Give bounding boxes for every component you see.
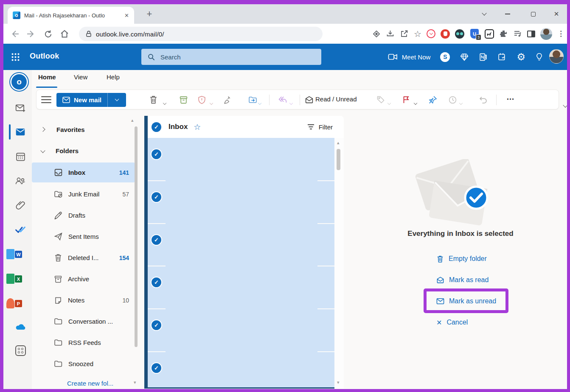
tab-close-icon[interactable]: ✕ <box>124 12 129 19</box>
list-scrollbar-thumb[interactable] <box>337 149 340 170</box>
people-nav-icon[interactable] <box>15 175 26 186</box>
excel-app-icon[interactable]: X <box>15 273 26 284</box>
undo-icon[interactable] <box>478 95 488 105</box>
pin-icon[interactable] <box>427 95 438 105</box>
folder-pane-toggle-icon[interactable] <box>41 95 51 105</box>
select-all-checkbox[interactable]: ✓ <box>152 122 161 132</box>
folder-item-archive[interactable]: Archive <box>32 269 135 289</box>
create-new-folder-link[interactable]: Create new fol... <box>67 380 113 387</box>
adblock-hand-extension-icon[interactable] <box>441 29 450 39</box>
shield-extension-icon[interactable]: U 3 <box>469 29 480 39</box>
tab-search-chevron-icon[interactable] <box>480 9 489 19</box>
window-minimize-button[interactable] <box>503 9 512 19</box>
download-icon[interactable] <box>386 29 395 38</box>
new-tab-button[interactable]: + <box>143 8 155 20</box>
outlook-brand-title[interactable]: Outlook <box>30 52 59 61</box>
onedrive-app-icon[interactable] <box>15 322 26 333</box>
calendar-nav-icon[interactable] <box>15 151 26 162</box>
delete-icon[interactable] <box>148 95 158 105</box>
folders-chevron-icon[interactable] <box>40 148 45 153</box>
email-selected-checkbox[interactable]: ✓ <box>151 277 162 288</box>
new-mail-dropdown-chevron-icon[interactable] <box>107 93 126 107</box>
ribbon-collapse-chevron-icon[interactable] <box>561 102 567 110</box>
flag-icon[interactable] <box>401 95 411 105</box>
url-text[interactable]: outlook.live.com/mail/0/ <box>96 31 164 38</box>
extensions-puzzle-icon[interactable] <box>499 29 508 38</box>
folder-scroll-down-icon[interactable]: ▾ <box>134 380 136 385</box>
reply-all-icon[interactable] <box>277 95 287 105</box>
archive-icon[interactable] <box>178 95 188 105</box>
mail-nav-icon[interactable] <box>15 126 26 137</box>
ribbon-tab-view[interactable]: View <box>74 73 87 81</box>
list-scroll-down-icon[interactable]: ▾ <box>337 380 340 385</box>
folder-item-snoozed[interactable]: Snoozed <box>32 354 135 374</box>
snooze-clock-icon[interactable] <box>447 95 458 105</box>
cancel-button[interactable]: ✕ Cancel <box>436 317 468 328</box>
outlook-logo-icon[interactable]: o <box>9 72 29 92</box>
share-icon[interactable] <box>400 29 409 38</box>
forward-icon[interactable] <box>25 28 37 39</box>
email-selected-checkbox[interactable]: ✓ <box>151 319 162 331</box>
folder-item-deleted[interactable]: Deleted I... 154 <box>32 248 135 268</box>
settings-gear-icon[interactable]: ⚙ <box>517 51 525 63</box>
window-maximize-button[interactable] <box>528 9 538 19</box>
move-to-folder-icon[interactable] <box>248 95 258 105</box>
reader-mode-icon[interactable] <box>527 31 535 37</box>
categorize-tag-icon[interactable] <box>376 95 386 105</box>
email-selected-checkbox[interactable]: ✓ <box>151 148 162 160</box>
folders-group-header[interactable]: Folders <box>32 145 135 157</box>
attachments-paperclip-icon[interactable] <box>15 200 26 211</box>
pocket-extension-icon[interactable] <box>427 29 435 38</box>
read-unread-envelope-icon[interactable] <box>304 95 314 105</box>
favorite-star-icon[interactable]: ☆ <box>194 122 201 132</box>
powerpoint-app-icon[interactable]: P <box>15 297 26 308</box>
skype-icon[interactable]: S <box>440 52 450 62</box>
window-close-button[interactable]: ✕ <box>552 9 561 19</box>
mark-as-read-button[interactable]: Mark as read <box>436 275 489 285</box>
word-app-icon[interactable]: W <box>15 248 26 259</box>
send-extension-icon[interactable] <box>485 29 494 39</box>
folder-item-drafts[interactable]: Drafts <box>32 205 135 225</box>
favorites-group-header[interactable]: Favorites <box>32 123 135 135</box>
folder-scrollbar-thumb[interactable] <box>135 126 138 347</box>
folder-item-conversation[interactable]: Conversation ... <box>32 311 135 331</box>
more-apps-grid-icon[interactable] <box>15 345 26 356</box>
account-avatar[interactable] <box>549 49 564 64</box>
home-icon[interactable] <box>59 28 70 39</box>
email-selected-checkbox[interactable]: ✓ <box>151 234 162 246</box>
back-icon[interactable] <box>9 28 20 39</box>
premium-diamond-icon[interactable] <box>460 53 469 62</box>
new-mail-split-button[interactable]: New mail <box>56 93 126 107</box>
todo-nav-icon[interactable] <box>15 224 26 235</box>
bookmark-star-icon[interactable]: ☆ <box>414 29 421 39</box>
new-mail-button[interactable]: New mail <box>56 93 107 107</box>
filter-button[interactable]: Filter <box>307 123 333 131</box>
email-selected-checkbox[interactable]: ✓ <box>151 191 162 203</box>
more-commands-button[interactable]: … <box>502 92 519 102</box>
report-shield-icon[interactable] <box>197 95 207 105</box>
compose-mail-icon[interactable] <box>15 103 26 114</box>
folder-scroll-up-icon[interactable]: ▴ <box>131 118 134 123</box>
folder-item-inbox[interactable]: Inbox 141 <box>32 162 135 182</box>
reload-icon[interactable] <box>42 28 53 39</box>
app-launcher-waffle-icon[interactable] <box>11 53 20 62</box>
ribbon-tab-home[interactable]: Home <box>38 73 56 81</box>
ribbon-tab-help[interactable]: Help <box>107 73 120 81</box>
browser-menu-kebab-icon[interactable]: ⋮ <box>557 29 564 38</box>
browser-tab[interactable]: o Mail - Atish Rajasekharan - Outlo ✕ <box>8 7 134 24</box>
folder-item-sent[interactable]: Sent Items <box>32 227 135 246</box>
skull-avatar-extension-icon[interactable] <box>455 29 464 39</box>
todo-calendar-icon[interactable] <box>497 53 507 62</box>
empty-folder-button[interactable]: Empty folder <box>436 254 487 264</box>
list-scroll-up-icon[interactable]: ▴ <box>337 140 340 145</box>
onenote-icon[interactable] <box>479 53 488 62</box>
tab-group-icon[interactable] <box>372 30 381 38</box>
folder-item-junk[interactable]: Junk Email 57 <box>32 184 135 204</box>
tips-lightbulb-icon[interactable] <box>535 53 543 62</box>
browser-profile-avatar[interactable] <box>540 28 552 40</box>
read-unread-button[interactable]: Read / Unread <box>315 95 357 103</box>
favorites-chevron-icon[interactable] <box>40 127 45 132</box>
playlist-icon[interactable] <box>513 29 522 38</box>
meet-now-button[interactable]: Meet Now <box>388 53 431 61</box>
sweep-broom-icon[interactable] <box>222 95 232 105</box>
